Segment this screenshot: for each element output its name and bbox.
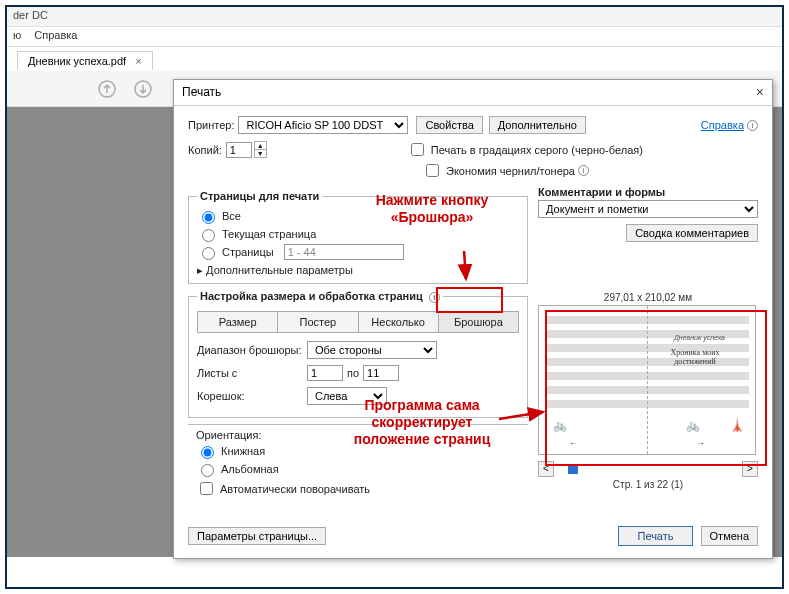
pages-all-radio[interactable]: Все [197,208,519,224]
tab-bar: Дневник успеха.pdf × [7,47,782,73]
preview-dimensions: 297,01 x 210,02 мм [538,292,758,303]
cancel-button[interactable]: Отмена [701,526,758,546]
preview-title-text: Дневник успеха [674,334,725,341]
pages-group-title: Страницы для печати [197,190,322,202]
eiffel-icon: 🗼 [729,417,745,432]
properties-button[interactable]: Свойства [416,116,482,134]
copies-input[interactable] [226,142,252,158]
pages-current-radio[interactable]: Текущая страница [197,226,519,242]
bottom-strip [7,557,782,587]
page-slider[interactable] [558,462,738,476]
pages-range-input[interactable] [284,244,404,260]
dialog-footer: Параметры страницы... Печать Отмена [174,518,772,558]
print-dialog: Печать × Принтер: RICOH Aficio SP 100 DD… [173,79,773,559]
app-titlebar: der DC [7,7,782,27]
pages-more-params[interactable]: ▸ Дополнительные параметры [197,264,519,277]
binding-label: Корешок: [197,390,307,402]
tab-label: Дневник успеха.pdf [28,55,126,67]
sheets-to-label: по [347,367,359,379]
ink-saver-checkbox[interactable]: Экономия чернил/тонера [422,161,575,180]
sizing-multiple-button[interactable]: Несколько [359,311,439,333]
sheets-to-input[interactable] [363,365,399,381]
orient-auto-checkbox[interactable]: Автоматически поворачивать [196,479,520,498]
orient-landscape-radio[interactable]: Альбомная [196,461,520,477]
printer-select[interactable]: RICOH Aficio SP 100 DDST [238,116,408,134]
grayscale-checkbox[interactable]: Печать в градациях серого (черно-белая) [407,140,643,159]
print-preview: 🚲 🚲 🗼 Дневник успеха Хроника моих достиж… [538,305,756,455]
dialog-titlebar: Печать × [174,80,772,106]
pages-group: Страницы для печати Все Текущая страница… [188,190,528,284]
comments-group-label: Комментарии и формы [538,186,758,198]
close-icon[interactable]: × [756,84,764,100]
copies-label: Копий: [188,144,222,156]
bike-icon: 🚲 [553,419,567,432]
dialog-title: Печать [182,85,221,99]
page-setup-button[interactable]: Параметры страницы... [188,527,326,545]
sheets-from-label: Листы с [197,367,307,379]
sizing-poster-button[interactable]: Постер [278,311,358,333]
up-arrow-icon[interactable] [97,79,117,99]
page-info: Стр. 1 из 22 (1) [538,479,758,490]
prev-page-button[interactable]: < [538,461,554,477]
orientation-label: Ориентация: [196,429,520,441]
info-icon[interactable]: i [578,165,589,176]
arrow-right-icon: → [696,438,705,448]
sizing-group-title: Настройка размера и обработка страниц i [197,290,443,303]
comments-select[interactable]: Документ и пометки [538,200,758,218]
bike-icon: 🚲 [686,419,700,432]
sizing-size-button[interactable]: Размер [197,311,278,333]
booklet-range-label: Диапазон брошюры: [197,344,307,356]
down-arrow-icon[interactable] [133,79,153,99]
info-icon[interactable]: i [429,292,440,303]
sizing-group: Настройка размера и обработка страниц i … [188,290,528,418]
preview-slider: < > [538,461,758,477]
document-tab[interactable]: Дневник успеха.pdf × [17,51,153,70]
binding-select[interactable]: Слева [307,387,387,405]
preview-subtitle-text: Хроника моих достижений [655,348,735,366]
next-page-button[interactable]: > [742,461,758,477]
orientation-group: Ориентация: Книжная Альбомная Автоматиче… [188,424,528,504]
spinner-icon[interactable]: ▲ ▼ [254,141,267,158]
arrow-left-icon: ← [569,438,578,448]
menu-item[interactable]: ю [13,29,21,41]
booklet-range-select[interactable]: Обе стороны [307,341,437,359]
tab-close-icon[interactable]: × [135,55,141,67]
printer-label: Принтер: [188,119,234,131]
sizing-booklet-button[interactable]: Брошюра [439,311,519,333]
help-link[interactable]: Справка [701,119,744,131]
menu-item-help[interactable]: Справка [34,29,77,41]
app-menubar: ю Справка [7,27,782,47]
advanced-button[interactable]: Дополнительно [489,116,586,134]
app-title: der DC [13,9,48,21]
sheets-from-input[interactable] [307,365,343,381]
comments-summary-button[interactable]: Сводка комментариев [626,224,758,242]
orient-portrait-radio[interactable]: Книжная [196,443,520,459]
info-icon[interactable]: i [747,120,758,131]
pages-range-radio[interactable]: Страницы [197,244,519,260]
print-button[interactable]: Печать [618,526,692,546]
